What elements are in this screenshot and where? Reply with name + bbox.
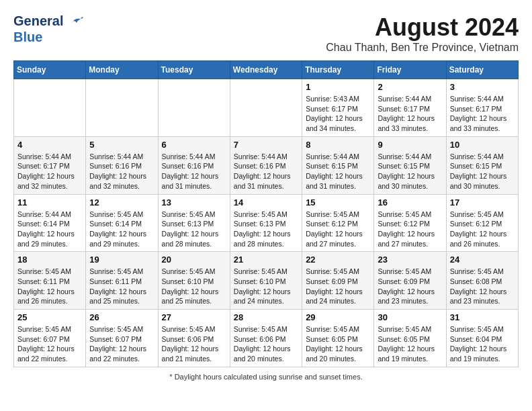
day-number: 9: [378, 140, 442, 150]
day-info: Sunrise: 5:44 AM Sunset: 6:16 PM Dayligh…: [234, 152, 298, 191]
day-number: 1: [306, 82, 370, 92]
day-info: Sunrise: 5:44 AM Sunset: 6:14 PM Dayligh…: [17, 210, 82, 249]
calendar-cell: 17Sunrise: 5:45 AM Sunset: 6:12 PM Dayli…: [446, 194, 518, 252]
calendar-cell: 30Sunrise: 5:45 AM Sunset: 6:05 PM Dayli…: [374, 310, 446, 367]
day-number: 23: [378, 255, 442, 265]
day-info: Sunrise: 5:45 AM Sunset: 6:06 PM Dayligh…: [234, 324, 298, 364]
day-info: Sunrise: 5:45 AM Sunset: 6:07 PM Dayligh…: [89, 324, 154, 364]
weekday-header: Saturday: [446, 61, 518, 79]
calendar-cell: 24Sunrise: 5:45 AM Sunset: 6:08 PM Dayli…: [446, 252, 518, 310]
day-info: Sunrise: 5:44 AM Sunset: 6:17 PM Dayligh…: [450, 94, 515, 134]
logo-blue: Blue: [13, 30, 83, 44]
day-info: Sunrise: 5:45 AM Sunset: 6:13 PM Dayligh…: [234, 210, 298, 249]
calendar-cell: 28Sunrise: 5:45 AM Sunset: 6:06 PM Dayli…: [230, 310, 302, 367]
day-number: 12: [89, 197, 154, 208]
day-number: 13: [162, 197, 226, 208]
day-number: 11: [17, 197, 82, 208]
day-number: 21: [234, 255, 298, 265]
day-info: Sunrise: 5:45 AM Sunset: 6:12 PM Dayligh…: [450, 210, 515, 249]
day-number: 27: [162, 312, 226, 322]
weekday-header: Sunday: [14, 61, 86, 79]
day-info: Sunrise: 5:45 AM Sunset: 6:09 PM Dayligh…: [306, 267, 370, 306]
day-number: 26: [89, 312, 154, 322]
calendar-cell: 31Sunrise: 5:45 AM Sunset: 6:04 PM Dayli…: [446, 310, 518, 367]
footer-text: Daylight hours: [175, 373, 222, 381]
calendar-week-row: 11Sunrise: 5:44 AM Sunset: 6:14 PM Dayli…: [14, 194, 519, 252]
day-number: 3: [450, 82, 515, 92]
day-info: Sunrise: 5:44 AM Sunset: 6:15 PM Dayligh…: [378, 152, 442, 191]
footer-note: * Daylight hours calculated using sunris…: [13, 373, 519, 381]
calendar-week-row: 4Sunrise: 5:44 AM Sunset: 6:17 PM Daylig…: [14, 136, 519, 194]
calendar-week-row: 18Sunrise: 5:45 AM Sunset: 6:11 PM Dayli…: [14, 252, 519, 310]
calendar-cell: 7Sunrise: 5:44 AM Sunset: 6:16 PM Daylig…: [230, 136, 302, 194]
day-number: 16: [378, 197, 442, 208]
calendar-week-row: 1Sunrise: 5:43 AM Sunset: 6:17 PM Daylig…: [14, 79, 519, 137]
day-info: Sunrise: 5:45 AM Sunset: 6:11 PM Dayligh…: [89, 267, 154, 306]
calendar-title: August 2024: [326, 13, 519, 42]
calendar-subtitle: Chau Thanh, Ben Tre Province, Vietnam: [326, 42, 519, 54]
day-number: 19: [89, 255, 154, 265]
calendar-cell: 8Sunrise: 5:44 AM Sunset: 6:15 PM Daylig…: [302, 136, 374, 194]
day-number: 8: [306, 140, 370, 150]
day-info: Sunrise: 5:44 AM Sunset: 6:17 PM Dayligh…: [378, 94, 442, 134]
day-number: 25: [17, 312, 82, 322]
calendar-cell: 15Sunrise: 5:45 AM Sunset: 6:12 PM Dayli…: [302, 194, 374, 252]
day-info: Sunrise: 5:44 AM Sunset: 6:15 PM Dayligh…: [450, 152, 515, 191]
calendar-cell: 25Sunrise: 5:45 AM Sunset: 6:07 PM Dayli…: [14, 310, 86, 367]
weekday-header: Tuesday: [158, 61, 230, 79]
logo: General Blue: [13, 13, 83, 44]
day-info: Sunrise: 5:45 AM Sunset: 6:08 PM Dayligh…: [450, 267, 515, 306]
calendar-cell: 5Sunrise: 5:44 AM Sunset: 6:16 PM Daylig…: [86, 136, 158, 194]
calendar-cell: 12Sunrise: 5:45 AM Sunset: 6:14 PM Dayli…: [86, 194, 158, 252]
logo-general: General: [13, 13, 83, 30]
day-info: Sunrise: 5:45 AM Sunset: 6:14 PM Dayligh…: [89, 210, 154, 249]
calendar-cell: 27Sunrise: 5:45 AM Sunset: 6:06 PM Dayli…: [158, 310, 230, 367]
day-info: Sunrise: 5:45 AM Sunset: 6:07 PM Dayligh…: [17, 324, 82, 364]
weekday-header: Monday: [86, 61, 158, 79]
day-info: Sunrise: 5:44 AM Sunset: 6:15 PM Dayligh…: [306, 152, 370, 191]
day-info: Sunrise: 5:44 AM Sunset: 6:16 PM Dayligh…: [162, 152, 226, 191]
calendar-cell: 29Sunrise: 5:45 AM Sunset: 6:05 PM Dayli…: [302, 310, 374, 367]
calendar-cell: 1Sunrise: 5:43 AM Sunset: 6:17 PM Daylig…: [302, 79, 374, 137]
day-info: Sunrise: 5:43 AM Sunset: 6:17 PM Dayligh…: [306, 94, 370, 134]
calendar-cell: 6Sunrise: 5:44 AM Sunset: 6:16 PM Daylig…: [158, 136, 230, 194]
day-number: 7: [234, 140, 298, 150]
weekday-header: Thursday: [302, 61, 374, 79]
calendar-cell: [14, 79, 86, 137]
calendar-cell: 23Sunrise: 5:45 AM Sunset: 6:09 PM Dayli…: [374, 252, 446, 310]
day-info: Sunrise: 5:45 AM Sunset: 6:10 PM Dayligh…: [234, 267, 298, 306]
calendar-cell: [230, 79, 302, 137]
calendar-cell: 13Sunrise: 5:45 AM Sunset: 6:13 PM Dayli…: [158, 194, 230, 252]
calendar-cell: 18Sunrise: 5:45 AM Sunset: 6:11 PM Dayli…: [14, 252, 86, 310]
calendar-cell: [86, 79, 158, 137]
weekday-header: Wednesday: [230, 61, 302, 79]
calendar-cell: 26Sunrise: 5:45 AM Sunset: 6:07 PM Dayli…: [86, 310, 158, 367]
page-header: General Blue August 2024 Chau Thanh, Ben…: [13, 13, 519, 54]
day-number: 22: [306, 255, 370, 265]
day-number: 24: [450, 255, 515, 265]
day-info: Sunrise: 5:45 AM Sunset: 6:11 PM Dayligh…: [17, 267, 82, 306]
day-number: 17: [450, 197, 515, 208]
calendar-cell: 22Sunrise: 5:45 AM Sunset: 6:09 PM Dayli…: [302, 252, 374, 310]
logo-bird-icon: [69, 15, 83, 30]
calendar-cell: 19Sunrise: 5:45 AM Sunset: 6:11 PM Dayli…: [86, 252, 158, 310]
calendar-cell: [158, 79, 230, 137]
day-number: 2: [378, 82, 442, 92]
day-number: 31: [450, 312, 515, 322]
day-info: Sunrise: 5:45 AM Sunset: 6:12 PM Dayligh…: [306, 210, 370, 249]
calendar-cell: 21Sunrise: 5:45 AM Sunset: 6:10 PM Dayli…: [230, 252, 302, 310]
day-info: Sunrise: 5:45 AM Sunset: 6:05 PM Dayligh…: [378, 324, 442, 364]
day-info: Sunrise: 5:45 AM Sunset: 6:09 PM Dayligh…: [378, 267, 442, 306]
calendar-cell: 16Sunrise: 5:45 AM Sunset: 6:12 PM Dayli…: [374, 194, 446, 252]
day-info: Sunrise: 5:45 AM Sunset: 6:06 PM Dayligh…: [162, 324, 226, 364]
calendar-cell: 3Sunrise: 5:44 AM Sunset: 6:17 PM Daylig…: [446, 79, 518, 137]
day-number: 5: [89, 140, 154, 150]
day-number: 14: [234, 197, 298, 208]
day-number: 29: [306, 312, 370, 322]
day-number: 18: [17, 255, 82, 265]
day-info: Sunrise: 5:45 AM Sunset: 6:04 PM Dayligh…: [450, 324, 515, 364]
calendar-cell: 11Sunrise: 5:44 AM Sunset: 6:14 PM Dayli…: [14, 194, 86, 252]
calendar-cell: 14Sunrise: 5:45 AM Sunset: 6:13 PM Dayli…: [230, 194, 302, 252]
day-info: Sunrise: 5:45 AM Sunset: 6:05 PM Dayligh…: [306, 324, 370, 364]
day-number: 6: [162, 140, 226, 150]
